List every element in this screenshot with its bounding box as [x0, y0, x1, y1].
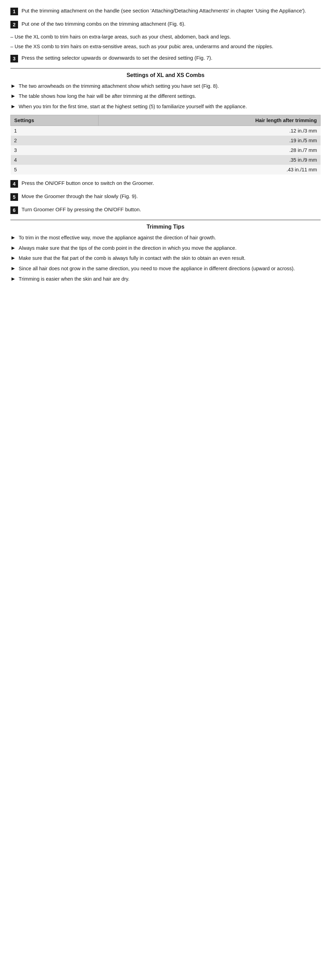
step-2-block: 2 Put one of the two trimming combs on t…: [10, 20, 321, 29]
table-row: 2.19 in./5 mm: [11, 136, 321, 145]
step-6-block: 6 Turn Groomer OFF by pressing the ON/OF…: [10, 206, 321, 214]
settings-bullet-1-text: The two arrowheads on the trimming attac…: [19, 83, 321, 90]
trimming-tip-diamond-icon-2: ►: [10, 245, 16, 251]
step-2-badge: 2: [10, 21, 18, 29]
step-5-badge: 5: [10, 193, 18, 201]
step-1-text: Put the trimming attachment on the handl…: [22, 7, 321, 15]
trimming-tips-list: ►To trim in the most effective way, move…: [10, 234, 321, 283]
trimming-tip-diamond-icon-5: ►: [10, 276, 16, 282]
table-header-length: Hair length after trimming: [98, 115, 320, 126]
table-cell-length: .19 in./5 mm: [98, 136, 320, 145]
table-cell-length: .43 in./11 mm: [98, 165, 320, 175]
settings-section-header: Settings of XL and XS Combs: [10, 68, 321, 78]
settings-bullet-1: ► The two arrowheads on the trimming att…: [10, 83, 321, 90]
table-cell-length: .28 in./7 mm: [98, 145, 320, 155]
trimming-tip-text-2: Always make sure that the tips of the co…: [19, 245, 321, 252]
trimming-tip-diamond-icon-4: ►: [10, 266, 16, 272]
trimming-tip-1: ►To trim in the most effective way, move…: [10, 234, 321, 242]
trimming-tip-5: ►Trimming is easier when the skin and ha…: [10, 275, 321, 283]
step-6-badge: 6: [10, 207, 18, 214]
bullet-diamond-icon-3: ►: [10, 103, 16, 110]
trimming-tip-text-4: Since all hair does not grow in the same…: [19, 265, 321, 273]
trimming-tip-2: ►Always make sure that the tips of the c…: [10, 245, 321, 252]
step-4-badge: 4: [10, 180, 18, 188]
trimming-tip-text-5: Trimming is easier when the skin and hai…: [19, 275, 321, 283]
trimming-tip-diamond-icon-1: ►: [10, 234, 16, 241]
table-cell-setting: 3: [11, 145, 99, 155]
table-row: 4.35 in./9 mm: [11, 155, 321, 165]
settings-table: Settings Hair length after trimming 1.12…: [10, 115, 321, 175]
step-1-block: 1 Put the trimming attachment on the han…: [10, 7, 321, 15]
settings-bullet-2: ► The table shows how long the hair will…: [10, 92, 321, 100]
table-cell-setting: 2: [11, 136, 99, 145]
step-5-block: 5 Move the Groomer through the hair slow…: [10, 192, 321, 201]
settings-bullet-2-text: The table shows how long the hair will b…: [19, 92, 321, 100]
trimming-tip-4: ►Since all hair does not grow in the sam…: [10, 265, 321, 273]
table-cell-length: .35 in./9 mm: [98, 155, 320, 165]
step-3-badge: 3: [10, 55, 18, 62]
bullet-diamond-icon-2: ►: [10, 93, 16, 99]
table-header-settings: Settings: [11, 115, 99, 126]
table-cell-setting: 5: [11, 165, 99, 175]
table-row: 1.12 in./3 mm: [11, 126, 321, 136]
step-4-block: 4 Press the ON/OFF button once to switch…: [10, 179, 321, 188]
trimming-tip-text-3: Make sure that the flat part of the comb…: [19, 255, 321, 262]
step-2-sub-1: – Use the XL comb to trim hairs on extra…: [10, 33, 321, 41]
table-row: 5.43 in./11 mm: [11, 165, 321, 175]
trimming-tip-text-1: To trim in the most effective way, move …: [19, 234, 321, 242]
step-2-main: Put one of the two trimming combs on the…: [22, 21, 186, 27]
step-3-text: Press the setting selector upwards or do…: [22, 54, 321, 62]
step-5-text: Move the Groomer through the hair slowly…: [22, 192, 321, 200]
settings-bullet-3: ► When you trim for the first time, star…: [10, 103, 321, 111]
step-2-text: Put one of the two trimming combs on the…: [22, 20, 321, 28]
trimming-tip-diamond-icon-3: ►: [10, 255, 16, 261]
step-3-block: 3 Press the setting selector upwards or …: [10, 54, 321, 62]
table-cell-setting: 4: [11, 155, 99, 165]
table-row: 3.28 in./7 mm: [11, 145, 321, 155]
trimming-tip-3: ►Make sure that the flat part of the com…: [10, 255, 321, 262]
step-2-sub-2: – Use the XS comb to trim hairs on extra…: [10, 43, 321, 51]
step-6-text: Turn Groomer OFF by pressing the ON/OFF …: [22, 206, 321, 214]
bullet-diamond-icon-1: ►: [10, 83, 16, 89]
step-4-text: Press the ON/OFF button once to switch o…: [22, 179, 321, 187]
table-cell-setting: 1: [11, 126, 99, 136]
step-1-badge: 1: [10, 8, 18, 15]
trimming-tips-header: Trimming Tips: [10, 220, 321, 230]
table-cell-length: .12 in./3 mm: [98, 126, 320, 136]
settings-bullet-3-text: When you trim for the first time, start …: [19, 103, 321, 111]
